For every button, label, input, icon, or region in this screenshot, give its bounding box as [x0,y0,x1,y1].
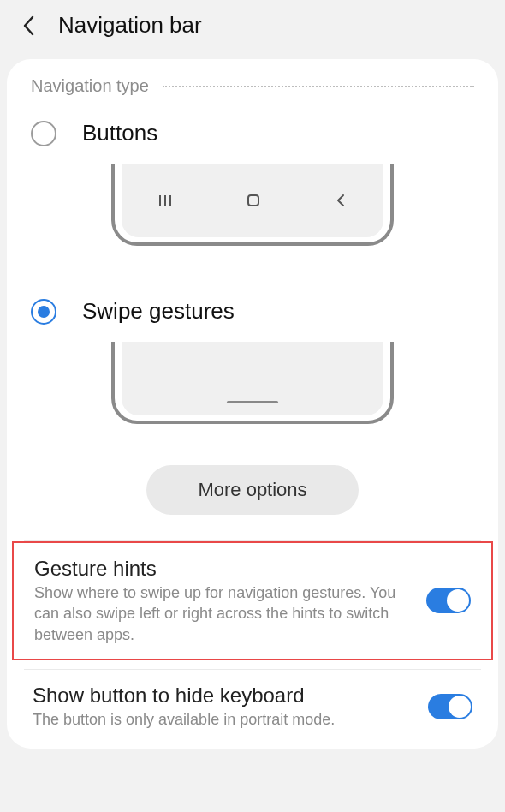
radio-buttons[interactable] [31,121,56,146]
page-title: Navigation bar [58,12,202,39]
setting-gesture-hints-desc: Show where to swipe up for navigation ge… [34,582,413,645]
setting-gesture-hints-title: Gesture hints [34,557,413,581]
toggle-hide-keyboard[interactable] [428,694,472,719]
option-buttons-row[interactable]: Buttons [7,120,498,146]
setting-hide-keyboard-desc: The button is only available in portrait… [33,709,414,730]
settings-card: Navigation type Buttons Swipe [7,59,498,749]
divider [84,272,455,272]
preview-swipe [7,342,498,439]
back-icon[interactable] [17,14,41,38]
radio-swipe[interactable] [31,299,56,325]
section-header-dots [163,86,474,87]
more-options-button[interactable]: More options [146,465,358,515]
section-header-label: Navigation type [31,76,149,96]
setting-hide-keyboard[interactable]: Show button to hide keyboard The button … [12,670,493,743]
option-buttons-label: Buttons [82,120,157,146]
header: Navigation bar [0,0,505,51]
option-swipe-label: Swipe gestures [82,298,235,325]
setting-gesture-hints[interactable]: Gesture hints Show where to swipe up for… [12,541,493,660]
setting-hide-keyboard-title: Show button to hide keyboard [33,684,414,708]
toggle-gesture-hints[interactable] [426,588,471,613]
section-header: Navigation type [7,76,498,96]
preview-buttons [7,164,498,261]
option-swipe-row[interactable]: Swipe gestures [7,298,498,325]
